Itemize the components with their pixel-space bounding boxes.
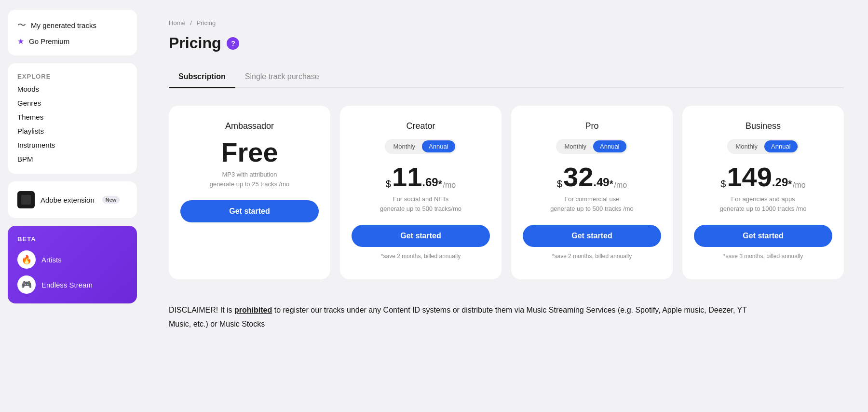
price-dollar-pro: $ — [557, 177, 562, 191]
billing-monthly-pro[interactable]: Monthly — [557, 140, 593, 152]
price-free-ambassador: Free — [221, 139, 278, 166]
plan-card-ambassador: Ambassador Free MP3 with attributiongene… — [169, 106, 330, 279]
sidebar: 〜 My generated tracks ★ Go Premium EXPLO… — [0, 0, 145, 412]
billing-monthly-creator[interactable]: Monthly — [386, 140, 422, 152]
tab-single-track[interactable]: Single track purchase — [235, 67, 329, 88]
new-badge: New — [102, 196, 120, 204]
explore-label: EXPLORE — [17, 73, 127, 80]
adobe-icon — [17, 191, 35, 208]
sidebar-item-my-tracks[interactable]: 〜 My generated tracks — [17, 19, 127, 31]
price-desc-pro: For commercial usegenerate up to 500 tra… — [550, 194, 634, 213]
sidebar-beta-card: BETA 🔥 Artists 🎮 Endless Stream — [8, 226, 137, 303]
price-dollar-business: $ — [720, 177, 726, 191]
breadcrumb-home[interactable]: Home — [169, 19, 186, 27]
price-main-pro: 32 — [563, 164, 593, 191]
price-period-pro: /mo — [614, 180, 627, 191]
pricing-grid: Ambassador Free MP3 with attributiongene… — [169, 106, 844, 279]
save-note-creator: *save 2 months, billed annually — [381, 253, 461, 260]
sidebar-explore-card: EXPLORE Moods Genres Themes Playlists In… — [8, 63, 137, 174]
price-display-business: $ 149 .29 * /mo — [720, 164, 805, 191]
price-asterisk-business: * — [788, 177, 792, 191]
price-display-pro: $ 32 .49 * /mo — [557, 164, 627, 191]
help-icon[interactable]: ? — [227, 37, 239, 50]
get-started-ambassador[interactable]: Get started — [180, 200, 319, 222]
price-period-creator: /mo — [443, 180, 456, 191]
sidebar-adobe-card[interactable]: Adobe extension New — [8, 181, 137, 218]
sidebar-item-artists[interactable]: 🔥 Artists — [17, 250, 127, 269]
disclaimer-prohibited: prohibited — [234, 306, 272, 314]
billing-annual-pro[interactable]: Annual — [593, 140, 626, 152]
price-main-business: 149 — [727, 164, 772, 191]
price-main-creator: 11 — [392, 164, 422, 191]
billing-toggle-business: Monthly Annual — [727, 139, 799, 154]
plan-name-business: Business — [746, 121, 781, 131]
plan-card-creator: Creator Monthly Annual $ 11 .69 * /mo Fo… — [340, 106, 502, 279]
plan-name-creator: Creator — [406, 121, 435, 131]
sidebar-item-playlists[interactable]: Playlists — [17, 126, 127, 136]
price-period-business: /mo — [793, 180, 806, 191]
get-started-creator[interactable]: Get started — [352, 225, 490, 247]
price-decimal-business: .29 — [772, 174, 788, 191]
star-icon: ★ — [17, 37, 24, 46]
disclaimer-prefix: DISCLAIMER! It is — [169, 306, 234, 314]
price-display-creator: $ 11 .69 * /mo — [386, 164, 456, 191]
billing-annual-business[interactable]: Annual — [764, 140, 797, 152]
billing-toggle-pro: Monthly Annual — [556, 139, 627, 154]
save-note-pro: *save 2 months, billed annually — [552, 253, 632, 260]
sidebar-top-card: 〜 My generated tracks ★ Go Premium — [8, 10, 137, 55]
plan-card-business: Business Monthly Annual $ 149 .29 * /mo … — [682, 106, 844, 279]
price-desc-business: For agencies and appsgenerate up to 1000… — [720, 194, 807, 213]
gamepad-icon: 🎮 — [17, 275, 36, 294]
billing-monthly-business[interactable]: Monthly — [729, 140, 764, 152]
price-asterisk-pro: * — [610, 177, 613, 191]
price-decimal-pro: .49 — [593, 174, 609, 191]
breadcrumb-sep: / — [190, 19, 192, 27]
billing-toggle-creator: Monthly Annual — [385, 139, 456, 154]
sidebar-item-genres[interactable]: Genres — [17, 98, 127, 108]
price-dollar-creator: $ — [386, 177, 391, 191]
get-started-business[interactable]: Get started — [694, 225, 832, 247]
save-note-business: *save 3 months, billed annually — [723, 253, 803, 260]
sidebar-item-endless-stream[interactable]: 🎮 Endless Stream — [17, 275, 127, 294]
breadcrumb-current: Pricing — [197, 19, 216, 27]
page-title: Pricing — [169, 34, 221, 52]
price-desc-creator: For social and NFTsgenerate up to 500 tr… — [380, 194, 461, 213]
explore-list: Moods Genres Themes Playlists Instrument… — [17, 84, 127, 164]
sidebar-item-go-premium[interactable]: ★ Go Premium — [17, 37, 127, 46]
price-desc-ambassador: MP3 with attributiongenerate up to 25 tr… — [210, 170, 289, 189]
sidebar-item-bpm[interactable]: BPM — [17, 154, 127, 164]
plan-card-pro: Pro Monthly Annual $ 32 .49 * /mo For co… — [511, 106, 673, 279]
fire-icon: 🔥 — [17, 250, 36, 269]
main-content: Home / Pricing Pricing ? Subscription Si… — [145, 0, 868, 412]
plan-name-pro: Pro — [585, 121, 598, 131]
sidebar-item-moods[interactable]: Moods — [17, 84, 127, 94]
page-title-row: Pricing ? — [169, 34, 844, 52]
price-decimal-creator: .69 — [422, 174, 438, 191]
breadcrumb: Home / Pricing — [169, 19, 844, 27]
tab-subscription[interactable]: Subscription — [169, 67, 235, 88]
sidebar-item-themes[interactable]: Themes — [17, 112, 127, 122]
disclaimer: DISCLAIMER! It is prohibited to register… — [169, 303, 747, 331]
wave-icon: 〜 — [17, 19, 26, 31]
tabs-row: Subscription Single track purchase — [169, 67, 844, 88]
price-asterisk-creator: * — [438, 177, 442, 191]
get-started-pro[interactable]: Get started — [523, 225, 661, 247]
plan-name-ambassador: Ambassador — [225, 121, 274, 131]
sidebar-item-instruments[interactable]: Instruments — [17, 140, 127, 150]
billing-annual-creator[interactable]: Annual — [422, 140, 455, 152]
beta-label: BETA — [17, 235, 127, 243]
